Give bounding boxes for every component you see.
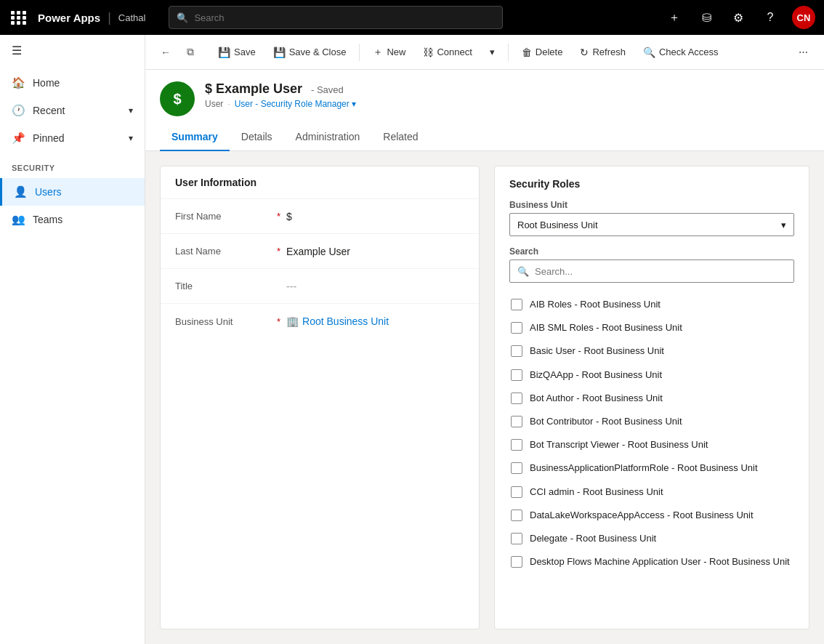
- role-label: Basic User - Root Business Unit: [530, 345, 664, 358]
- back-button[interactable]: ←: [154, 41, 177, 64]
- environment-name: Cathal: [118, 12, 146, 23]
- role-label: DataLakeWorkspaceAppAccess - Root Busine…: [530, 509, 754, 522]
- connect-button[interactable]: ⛓ Connect: [416, 42, 479, 63]
- connect-icon: ⛓: [423, 47, 433, 58]
- save-button[interactable]: 💾 Save: [211, 42, 263, 63]
- business-unit-label: Business Unit: [175, 316, 277, 327]
- help-icon[interactable]: ?: [760, 7, 780, 28]
- role-label: AIB Roles - Root Business Unit: [530, 298, 661, 311]
- role-list-item: AIB SML Roles - Root Business Unit: [509, 316, 794, 339]
- chevron-down-icon: ▾: [129, 105, 133, 116]
- check-access-button[interactable]: 🔍 Check Access: [636, 42, 726, 63]
- teams-icon: 👥: [12, 213, 25, 226]
- first-name-label: First Name: [175, 211, 277, 222]
- tab-summary[interactable]: Summary: [160, 124, 230, 151]
- last-name-label: Last Name: [175, 246, 277, 257]
- restore-button[interactable]: ⧉: [179, 41, 202, 64]
- content-area: ← ⧉ 💾 Save 💾 Save & Close ＋ New ⛓ Connec…: [145, 35, 824, 644]
- role-checkbox[interactable]: [511, 486, 522, 498]
- settings-icon[interactable]: ⚙: [728, 7, 748, 28]
- business-unit-field-label: Business Unit: [509, 200, 794, 210]
- home-icon: 🏠: [12, 76, 25, 89]
- chevron-down-icon: ▾: [490, 47, 495, 57]
- sidebar-item-home[interactable]: 🏠 Home: [0, 69, 145, 97]
- recent-icon: 🕐: [12, 104, 25, 117]
- role-checkbox[interactable]: [511, 462, 522, 474]
- role-checkbox[interactable]: [511, 556, 522, 568]
- role-checkbox[interactable]: [511, 416, 522, 427]
- roles-search-input[interactable]: [535, 266, 786, 277]
- sidebar-item-users[interactable]: 👤 Users: [0, 178, 145, 206]
- sidebar-item-label: Pinned: [33, 132, 65, 144]
- chevron-down-icon: ▾: [781, 220, 786, 230]
- tab-details[interactable]: Details: [230, 124, 284, 151]
- role-label: BusinessApplicationPlatformRole - Root B…: [530, 462, 758, 475]
- avatar[interactable]: CN: [792, 6, 815, 29]
- record-header: $ $ Example User - Saved User · User - S…: [145, 70, 824, 151]
- title-label: Title: [175, 281, 277, 291]
- more-icon: ⋯: [799, 47, 808, 57]
- roles-search-field[interactable]: 🔍: [509, 259, 794, 283]
- save-close-button[interactable]: 💾 Save & Close: [266, 42, 354, 63]
- business-unit-field: Business Unit * 🏢 Root Business Unit: [161, 304, 479, 339]
- role-list-item: AIB Roles - Root Business Unit: [509, 293, 794, 316]
- save-icon: 💾: [218, 47, 230, 58]
- role-checkbox[interactable]: [511, 393, 522, 404]
- separator: [508, 44, 509, 61]
- role-list-item: BizQAApp - Root Business Unit: [509, 363, 794, 387]
- new-button[interactable]: ＋ New: [365, 41, 413, 63]
- title-value: ---: [286, 281, 464, 292]
- filter-icon[interactable]: ⛁: [696, 7, 716, 28]
- business-unit-value[interactable]: 🏢 Root Business Unit: [286, 315, 464, 327]
- tab-administration[interactable]: Administration: [284, 124, 372, 151]
- pinned-icon: 📌: [12, 132, 25, 145]
- last-name-value: Example User: [286, 246, 464, 257]
- dropdown-value: Root Business Unit: [517, 220, 598, 230]
- breadcrumb-role-link[interactable]: User - Security Role Manager ▾: [235, 99, 356, 109]
- top-bar: Power Apps | Cathal 🔍 ＋ ⛁ ⚙ ? CN: [0, 0, 824, 35]
- sidebar-toggle[interactable]: ☰: [0, 35, 145, 66]
- global-search-bar[interactable]: 🔍: [169, 6, 503, 29]
- top-bar-actions: ＋ ⛁ ⚙ ? CN: [664, 6, 815, 29]
- waffle-menu[interactable]: [9, 7, 29, 28]
- role-list-item: Delegate - Root Business Unit: [509, 527, 794, 550]
- role-label: Delegate - Root Business Unit: [530, 532, 656, 545]
- user-info-card: User Information First Name * $ Last Nam…: [160, 166, 480, 629]
- refresh-button[interactable]: ↻ Refresh: [573, 42, 633, 63]
- record-status: - Saved: [311, 84, 344, 95]
- title-field: Title * ---: [161, 269, 479, 304]
- search-group: Search 🔍: [509, 246, 794, 283]
- required-asterisk: *: [277, 316, 280, 327]
- role-list-item: BusinessApplicationPlatformRole - Root B…: [509, 456, 794, 480]
- role-label: Bot Author - Root Business Unit: [530, 392, 663, 405]
- more-button[interactable]: ⋯: [791, 42, 815, 62]
- role-checkbox[interactable]: [511, 439, 522, 451]
- sidebar-item-recent[interactable]: 🕐 Recent ▾: [0, 97, 145, 124]
- business-unit-group: Business Unit Root Business Unit ▾: [509, 200, 794, 236]
- form-card-title: User Information: [161, 166, 479, 199]
- sidebar: ☰ 🏠 Home 🕐 Recent ▾ 📌 Pinned ▾ Security …: [0, 35, 145, 644]
- role-checkbox[interactable]: [511, 322, 522, 334]
- toolbar: ← ⧉ 💾 Save 💾 Save & Close ＋ New ⛓ Connec…: [145, 35, 824, 70]
- role-list-item: Basic User - Root Business Unit: [509, 339, 794, 363]
- sidebar-item-pinned[interactable]: 📌 Pinned ▾: [0, 124, 145, 152]
- sidebar-item-teams[interactable]: 👥 Teams: [0, 206, 145, 233]
- user-icon: 👤: [14, 185, 28, 198]
- chevron-down-icon: ▾: [129, 133, 133, 143]
- brand: Power Apps | Cathal: [38, 10, 145, 25]
- role-checkbox[interactable]: [511, 369, 522, 381]
- add-icon[interactable]: ＋: [664, 7, 684, 28]
- global-search-input[interactable]: [194, 12, 495, 23]
- tab-related[interactable]: Related: [371, 124, 429, 151]
- sidebar-item-label: Teams: [33, 214, 62, 225]
- role-label: Bot Transcript Viewer - Root Business Un…: [530, 438, 708, 451]
- role-checkbox[interactable]: [511, 299, 522, 310]
- role-checkbox[interactable]: [511, 533, 522, 544]
- delete-button[interactable]: 🗑 Delete: [514, 42, 570, 63]
- hamburger-icon: ☰: [12, 44, 22, 57]
- role-checkbox[interactable]: [511, 510, 522, 521]
- business-unit-dropdown[interactable]: Root Business Unit ▾: [509, 213, 794, 236]
- connect-dropdown-button[interactable]: ▾: [482, 42, 502, 62]
- role-checkbox[interactable]: [511, 345, 522, 357]
- refresh-icon: ↻: [580, 47, 589, 58]
